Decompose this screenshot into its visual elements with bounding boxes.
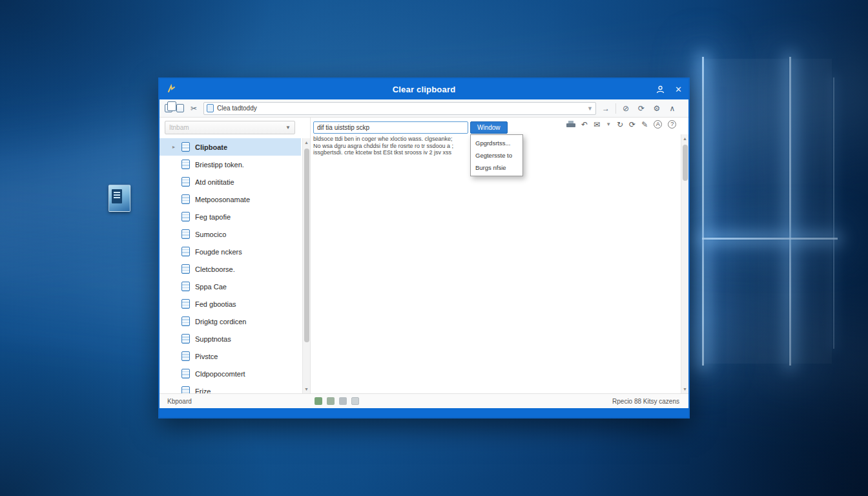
sidebar-item[interactable]: ▸ Frize [160,382,301,393]
titlebar[interactable]: Clear clipboard ✕ [160,79,688,99]
topic-icon [181,351,190,361]
cut-icon[interactable]: ✂ [188,104,200,113]
topic-icon [181,334,190,344]
sidebar-item-label: Clipboate [195,143,227,151]
refresh-icon[interactable]: ⟳ [636,104,647,113]
windows-logo-edge [702,57,704,366]
windows-logo-pane [704,241,788,364]
paste-icon[interactable] [165,104,172,112]
combobox-value: Itnbam [169,124,285,131]
content-toolbar-icons: ↶ ✉ ▼ ↻ ⟳ ✎ A ? [566,120,676,129]
sidebar-item[interactable]: ▸ Fed gbootias [160,295,301,313]
window-bottom-strip [160,408,688,417]
refresh-icon[interactable]: ↻ [617,121,623,129]
sidebar-item[interactable]: ▸ Pivstce [160,347,301,365]
scroll-down-icon[interactable]: ▼ [681,385,688,393]
sidebar-item[interactable]: ▸ Metpoosonamate [160,191,301,208]
scroll-down-icon[interactable]: ▼ [303,385,310,393]
window-dropdown-button[interactable]: Window [470,121,508,134]
address-bar[interactable]: ▼ [203,102,596,115]
windows-logo-pane [704,59,788,236]
search-input[interactable] [313,121,468,134]
toolbar-divider [615,103,616,114]
sidebar-scrollbar[interactable]: ▲ ▼ [302,138,310,393]
sidebar-item[interactable]: ▸ Cldpopocomtert [160,365,301,382]
topic-icon [181,212,190,222]
print-icon[interactable] [566,121,575,129]
sidebar-item[interactable]: ▸ Sumocico [160,225,301,243]
sync-icon[interactable]: ⟳ [629,121,636,129]
sidebar-list: ▸ Clipboate ▸ Briestipp token. ▸ [160,138,301,393]
sidebar-item[interactable]: ▸ Feg tapofie [160,208,301,225]
topic-icon [181,264,190,274]
help-icon[interactable]: ? [668,120,676,129]
go-arrow-icon[interactable]: → [600,104,612,113]
sidebar-item[interactable]: ▸ Briestipp token. [160,156,301,173]
address-input[interactable] [217,105,584,112]
font-icon[interactable]: A [654,120,662,129]
close-button[interactable]: ✕ [675,85,682,94]
edit-icon[interactable]: ✎ [641,121,648,129]
selection-marker-icon: ▸ [172,144,175,150]
sidebar-item-label: Feg tapofie [195,213,231,221]
sidebar-item-label: Supptnotas [195,335,231,343]
windows-logo-pane [791,59,832,236]
status-icon-4[interactable] [351,397,359,405]
scrollbar-thumb[interactable] [304,149,309,342]
sidebar-item[interactable]: ▸ Fougde nckers [160,243,301,260]
collapse-ribbon-icon[interactable]: ∧ [666,104,678,113]
sidebar-item[interactable]: ▸ Supptnotas [160,330,301,347]
main-area: Itnbam ▼ ▸ Clipboate ▸ [160,118,688,393]
sidebar-item-label: Drigktg cordicen [195,318,246,326]
sidebar-item[interactable]: ▸ Cletcboorse. [160,260,301,278]
undo-icon[interactable]: ↶ [581,121,588,129]
block-icon[interactable]: ⊘ [620,104,632,113]
body-text-line: bldsoce ttdi ben in coger whe xloctio wa… [313,136,470,143]
scroll-up-icon[interactable]: ▲ [303,138,310,147]
menu-item[interactable]: Burgs nfsie [471,161,522,174]
settings-gear-icon[interactable]: ⚙ [651,104,663,113]
sidebar-item-label: Sumocico [195,231,226,238]
desktop: Clear clipboard ✕ ✂ ▼ → [0,0,868,496]
body-text-line: issgbertsdi. crte ktcetw bst ESt tkst sr… [313,149,470,156]
menu-item[interactable]: Gegtersste to [471,149,522,161]
copy-icon[interactable] [176,104,184,112]
app-icon [166,84,176,94]
account-icon[interactable] [656,85,665,94]
topic-icon [181,316,190,326]
status-icon-3[interactable] [339,397,347,405]
sidebar-item-label: Frize [195,388,211,394]
topic-icon [181,194,190,204]
status-icons [315,397,359,405]
status-left-text: Kbpoard [167,398,192,405]
sidebar: Itnbam ▼ ▸ Clipboate ▸ [160,118,311,393]
windows-logo-edge [789,57,791,366]
sidebar-item-label: Sppa Cae [195,283,227,291]
content-pane: Window ↶ ✉ ▼ ↻ ⟳ ✎ A ? [311,118,688,393]
sidebar-filter-combobox[interactable]: Itnbam ▼ [165,121,295,134]
status-right-text: Rpecio 88 Kitsy cazens [612,398,679,405]
scrollbar-thumb[interactable] [683,145,688,181]
sidebar-item[interactable]: ▸ Clipboate [160,138,301,156]
scroll-up-icon[interactable]: ▲ [681,134,688,143]
content-scrollbar[interactable]: ▲ ▼ [681,134,688,393]
status-icon-2[interactable] [327,397,335,405]
sidebar-item[interactable]: ▸ Atd onititatie [160,173,301,191]
sidebar-item[interactable]: ▸ Sppa Cae [160,278,301,295]
topic-icon [181,177,190,187]
status-icon-1[interactable] [315,397,322,405]
sidebar-item-label: Atd onititatie [195,178,234,186]
address-dropdown-icon[interactable]: ▼ [587,105,593,112]
sidebar-item[interactable]: ▸ Drigktg cordicen [160,313,301,330]
topic-icon [181,142,190,152]
topic-icon [181,299,190,309]
topic-icon [181,369,190,378]
mail-dropdown-icon[interactable]: ▼ [606,122,611,127]
desktop-shortcut-icon[interactable] [108,185,132,214]
sidebar-item-label: Metpoosonamate [195,196,250,203]
sidebar-item-label: Cletcboorse. [195,265,235,273]
mail-icon[interactable]: ✉ [594,121,600,129]
window-title: Clear clipboard [160,85,688,94]
menu-item[interactable]: Gpgrdsrtss... [471,137,522,149]
windows-logo-edge [833,78,834,349]
